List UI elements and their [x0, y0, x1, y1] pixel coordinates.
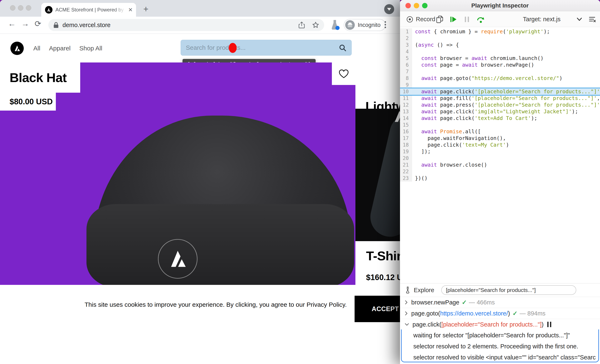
- code-text: (async () => {: [412, 42, 459, 48]
- product-price-tshirt: $160.12 USD: [366, 273, 400, 282]
- pause-button[interactable]: [464, 11, 470, 27]
- log-duration: — 466ms: [469, 299, 495, 306]
- code-line-highlighted[interactable]: 10 await page.click('[placeholder="Searc…: [400, 88, 600, 96]
- explore-selector-input[interactable]: [441, 285, 576, 295]
- chevron-down-icon: [387, 8, 391, 11]
- code-line[interactable]: 4: [400, 48, 600, 55]
- code-text: await browser.close(): [412, 162, 487, 168]
- resume-button[interactable]: [450, 11, 458, 27]
- window-close-button[interactable]: [10, 5, 15, 11]
- browser-tab[interactable]: ACME Storefront | Powered by ✕: [41, 3, 136, 17]
- log-options-menu-icon[interactable]: [589, 11, 596, 27]
- action-log-list[interactable]: browser.newPage✓— 466mspage.goto(https:/…: [400, 297, 600, 363]
- code-line[interactable]: 13 await page.click('img[alt="Lightweigh…: [400, 108, 600, 115]
- tab-search-button[interactable]: [384, 4, 394, 14]
- search-input[interactable]: Search for products...: [181, 40, 352, 56]
- check-icon: ✓: [462, 299, 467, 306]
- code-line[interactable]: 11 await page.fill('[placeholder="Search…: [400, 95, 600, 102]
- window-minimize-button[interactable]: [18, 5, 23, 11]
- copy-icon: [436, 15, 444, 24]
- inspector-titlebar[interactable]: Playwright Inspector: [400, 0, 600, 11]
- target-label: Target: next.js: [523, 16, 561, 23]
- address-bar[interactable]: demo.vercel.store: [48, 19, 324, 31]
- code-line[interactable]: 15: [400, 122, 600, 128]
- log-selector: [placeholder="Search for products..."]: [441, 321, 542, 328]
- hero-product-section[interactable]: Black Hat $80.00 USD: [0, 63, 356, 285]
- code-line[interactable]: 3(async () => {: [400, 42, 600, 48]
- code-line[interactable]: 6 const page = await browser.newPage(): [400, 62, 600, 68]
- code-line[interactable]: 2: [400, 35, 600, 42]
- share-icon[interactable]: [298, 21, 305, 28]
- code-line[interactable]: 7: [400, 68, 600, 75]
- code-line[interactable]: 21 await browser.close(): [400, 162, 600, 168]
- target-selector[interactable]: Target: next.js: [523, 11, 561, 27]
- bookmark-star-icon[interactable]: [312, 21, 319, 28]
- copy-script-button[interactable]: [436, 11, 444, 27]
- code-line[interactable]: 22: [400, 168, 600, 175]
- target-dropdown-chevron[interactable]: [577, 11, 582, 27]
- back-button[interactable]: ←: [8, 19, 16, 28]
- hero-product-title: Black Hat: [9, 70, 67, 85]
- browser-menu-icon[interactable]: [384, 20, 386, 29]
- code-text: const browser = await chromium.launch(): [412, 55, 544, 62]
- code-line[interactable]: 19 ]);: [400, 148, 600, 155]
- incognito-label: Incognito: [358, 22, 381, 28]
- code-line[interactable]: 9: [400, 82, 600, 88]
- search-icon[interactable]: [338, 44, 347, 52]
- log-entry[interactable]: browser.newPage✓— 466ms: [400, 297, 600, 308]
- step-over-icon: [476, 15, 485, 24]
- store-nav: AllApparelShop All: [33, 45, 102, 52]
- incognito-badge[interactable]: Incognito: [344, 19, 386, 31]
- line-number: 5: [400, 55, 412, 62]
- line-number: 20: [400, 155, 412, 162]
- log-entry[interactable]: page.click([placeholder="Search for prod…: [400, 319, 600, 330]
- code-line[interactable]: 8 await page.goto("https://demo.vercel.s…: [400, 75, 600, 82]
- wishlist-button[interactable]: [332, 63, 356, 85]
- acme-favicon-icon: [45, 6, 53, 14]
- log-entry[interactable]: page.goto(https://demo.vercel.store/)✓— …: [400, 308, 600, 319]
- reload-button[interactable]: ⟳: [35, 19, 41, 28]
- code-line[interactable]: 14 await page.click('text=Add To Cart');: [400, 115, 600, 122]
- code-text: await page.goto("https://demo.vercel.sto…: [412, 75, 562, 82]
- chevron-expanded-icon[interactable]: [404, 323, 409, 326]
- nav-link-shop-all[interactable]: Shop All: [79, 45, 102, 52]
- chevron-collapsed-icon[interactable]: [404, 300, 408, 305]
- code-line[interactable]: 23})(): [400, 175, 600, 182]
- inspector-minimize-button[interactable]: [414, 3, 419, 8]
- acme-logo[interactable]: [10, 42, 24, 55]
- code-line[interactable]: 18 page.click('text=My Cart'): [400, 142, 600, 148]
- extension-flask-icon[interactable]: [330, 20, 340, 30]
- cookie-notice-text: This site uses cookies to improve your e…: [84, 301, 347, 308]
- forward-button[interactable]: →: [21, 19, 29, 28]
- product-title-tshirt[interactable]: T-Shirt: [366, 248, 400, 263]
- step-over-button[interactable]: [476, 11, 485, 27]
- code-line[interactable]: 1const { chromium } = require('playwrigh…: [400, 28, 600, 35]
- inspector-zoom-button[interactable]: [422, 3, 428, 8]
- code-line[interactable]: 12 await page.press('[placeholder="Searc…: [400, 102, 600, 108]
- log-link: https://demo.vercel.store/: [440, 310, 508, 317]
- window-zoom-button[interactable]: [26, 5, 31, 11]
- code-line[interactable]: 16 await Promise.all([: [400, 128, 600, 135]
- inspector-close-button[interactable]: [405, 3, 411, 8]
- nav-link-apparel[interactable]: Apparel: [49, 45, 70, 52]
- log-entry-details: waiting for selector "[placeholder="Sear…: [400, 330, 600, 363]
- inspector-bottom-panel: Explore browser.newPage✓— 466mspage.goto…: [400, 283, 600, 364]
- line-number: 3: [400, 42, 412, 48]
- source-code-view[interactable]: 1const { chromium } = require('playwrigh…: [400, 27, 600, 182]
- code-text: await page.press('[placeholder="Search f…: [412, 102, 600, 108]
- lock-icon: [53, 22, 59, 28]
- store-page: AllApparelShop All Search for products..…: [0, 34, 400, 364]
- new-tab-button[interactable]: +: [143, 5, 149, 13]
- lightweight-jacket-image[interactable]: [356, 109, 400, 241]
- chevron-collapsed-icon[interactable]: [404, 311, 408, 316]
- accept-cookies-button[interactable]: ACCEPT COOKIES: [355, 296, 400, 322]
- record-button[interactable]: Record: [406, 11, 435, 27]
- tab-close-icon[interactable]: ✕: [128, 7, 133, 13]
- code-line[interactable]: 5 const browser = await chromium.launch(…: [400, 55, 600, 62]
- tab-title: ACME Storefront | Powered by: [56, 7, 127, 13]
- nav-link-all[interactable]: All: [33, 45, 40, 52]
- explore-label: Explore: [414, 287, 434, 294]
- code-line[interactable]: 20: [400, 155, 600, 162]
- code-line[interactable]: 17 page.waitForNavigation(),: [400, 135, 600, 142]
- extension-badge-dot: [335, 26, 340, 30]
